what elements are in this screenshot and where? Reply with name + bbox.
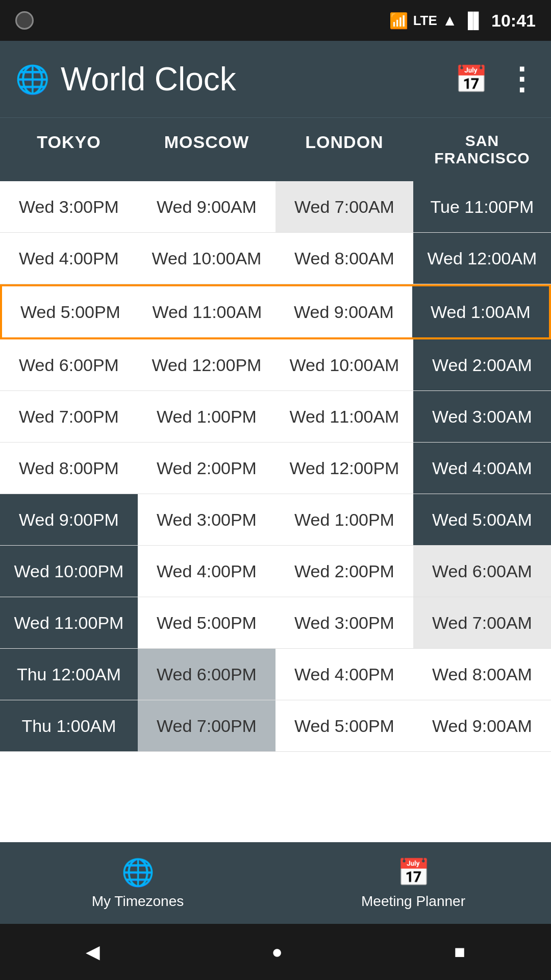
time-cell: Wed 7:00AM xyxy=(413,597,551,648)
bottom-nav: 🌐 My Timezones 📅 Meeting Planner xyxy=(0,842,551,924)
time-cell: Wed 4:00PM xyxy=(0,233,138,284)
status-bar-left xyxy=(15,11,34,30)
time-cell: Wed 3:00PM xyxy=(0,181,138,232)
time-cell: Wed 6:00PM xyxy=(0,339,138,390)
time-row[interactable]: Thu 12:00AMWed 6:00PMWed 4:00PMWed 8:00A… xyxy=(0,649,551,700)
time-cell: Wed 1:00AM xyxy=(412,286,549,337)
status-bar-right: 📶 LTE ▲ ▐▌ 10:41 xyxy=(389,11,536,31)
time-cell: Wed 2:00PM xyxy=(276,546,413,597)
time-row[interactable]: Wed 4:00PMWed 10:00AMWed 8:00AMWed 12:00… xyxy=(0,233,551,284)
app-title: World Clock xyxy=(61,60,236,98)
wifi-icon: 📶 xyxy=(389,12,408,30)
back-button[interactable]: ◀ xyxy=(86,941,100,963)
timezones-label: My Timezones xyxy=(92,893,184,910)
time-cell: Wed 12:00AM xyxy=(413,233,551,284)
time-cell: Wed 8:00AM xyxy=(276,233,413,284)
time-cell: Wed 3:00PM xyxy=(138,494,276,545)
planner-icon: 📅 xyxy=(397,857,430,888)
time-cell: Wed 4:00PM xyxy=(138,546,276,597)
time-cell: Wed 4:00PM xyxy=(276,649,413,700)
col-header-london: LONDON xyxy=(276,118,413,181)
time-row[interactable]: Wed 10:00PMWed 4:00PMWed 2:00PMWed 6:00A… xyxy=(0,546,551,597)
time-cell: Thu 1:00AM xyxy=(0,700,138,751)
time-cell: Wed 9:00AM xyxy=(138,181,276,232)
time-cell: Wed 9:00AM xyxy=(413,700,551,751)
time-cell: Wed 10:00PM xyxy=(0,546,138,597)
app-bar: 🌐 World Clock 📅 ⋮ xyxy=(0,41,551,117)
time-cell: Wed 6:00AM xyxy=(413,546,551,597)
status-bar: 📶 LTE ▲ ▐▌ 10:41 xyxy=(0,0,551,41)
more-options-button[interactable]: ⋮ xyxy=(506,61,536,97)
current-time-row[interactable]: Wed 5:00PMWed 11:00AMWed 9:00AMWed 1:00A… xyxy=(0,284,551,339)
camera-indicator xyxy=(15,11,34,30)
time-cell: Wed 12:00PM xyxy=(138,339,276,390)
app-bar-actions: 📅 ⋮ xyxy=(455,61,536,97)
column-headers: TOKYO MOSCOW LONDON SAN FRANCISCO xyxy=(0,117,551,181)
home-button[interactable]: ● xyxy=(271,941,283,963)
time-grid: Wed 3:00PMWed 9:00AMWed 7:00AMTue 11:00P… xyxy=(0,181,551,842)
time-cell: Tue 11:00PM xyxy=(413,181,551,232)
time-cell: Wed 6:00PM xyxy=(138,649,276,700)
time-cell: Wed 10:00AM xyxy=(138,233,276,284)
time-cell: Wed 5:00PM xyxy=(138,597,276,648)
nav-item-planner[interactable]: 📅 Meeting Planner xyxy=(276,857,551,910)
time-row[interactable]: Wed 7:00PMWed 1:00PMWed 11:00AMWed 3:00A… xyxy=(0,391,551,443)
time-cell: Wed 5:00PM xyxy=(276,700,413,751)
time-row[interactable]: Wed 11:00PMWed 5:00PMWed 3:00PMWed 7:00A… xyxy=(0,597,551,649)
planner-label: Meeting Planner xyxy=(361,893,465,910)
system-nav: ◀ ● ■ xyxy=(0,924,551,980)
calendar-button[interactable]: 📅 xyxy=(455,64,488,95)
time-cell: Wed 12:00PM xyxy=(276,443,413,494)
time-cell: Wed 3:00AM xyxy=(413,391,551,442)
time-cell: Thu 12:00AM xyxy=(0,649,138,700)
time-row[interactable]: Wed 8:00PMWed 2:00PMWed 12:00PMWed 4:00A… xyxy=(0,443,551,494)
app-bar-left: 🌐 World Clock xyxy=(15,60,236,98)
col-header-sanfrancisco: SAN FRANCISCO xyxy=(413,118,551,181)
time-cell: Wed 7:00PM xyxy=(138,700,276,751)
col-header-moscow: MOSCOW xyxy=(138,118,276,181)
globe-icon: 🌐 xyxy=(15,63,49,95)
time-cell: Wed 9:00AM xyxy=(276,286,412,337)
battery-icon: ▐▌ xyxy=(463,12,485,29)
time-cell: Wed 7:00PM xyxy=(0,391,138,442)
status-time: 10:41 xyxy=(491,11,536,31)
time-row[interactable]: Thu 1:00AMWed 7:00PMWed 5:00PMWed 9:00AM xyxy=(0,700,551,752)
signal-bars-icon: ▲ xyxy=(442,12,458,29)
time-cell: Wed 11:00PM xyxy=(0,597,138,648)
status-icons: 📶 LTE ▲ ▐▌ xyxy=(389,12,484,30)
timezones-icon: 🌐 xyxy=(121,857,155,888)
time-row[interactable]: Wed 9:00PMWed 3:00PMWed 1:00PMWed 5:00AM xyxy=(0,494,551,546)
time-row[interactable]: Wed 3:00PMWed 9:00AMWed 7:00AMTue 11:00P… xyxy=(0,181,551,233)
time-cell: Wed 1:00PM xyxy=(138,391,276,442)
time-row[interactable]: Wed 6:00PMWed 12:00PMWed 10:00AMWed 2:00… xyxy=(0,339,551,391)
time-cell: Wed 11:00AM xyxy=(276,391,413,442)
lte-icon: LTE xyxy=(413,13,437,29)
time-cell: Wed 7:00AM xyxy=(276,181,413,232)
time-cell: Wed 11:00AM xyxy=(139,286,276,337)
recent-button[interactable]: ■ xyxy=(454,941,465,963)
nav-item-timezones[interactable]: 🌐 My Timezones xyxy=(0,857,276,910)
time-cell: Wed 8:00AM xyxy=(413,649,551,700)
time-cell: Wed 5:00PM xyxy=(2,286,139,337)
time-cell: Wed 5:00AM xyxy=(413,494,551,545)
time-cell: Wed 9:00PM xyxy=(0,494,138,545)
time-cell: Wed 3:00PM xyxy=(276,597,413,648)
time-cell: Wed 4:00AM xyxy=(413,443,551,494)
time-cell: Wed 8:00PM xyxy=(0,443,138,494)
time-cell: Wed 10:00AM xyxy=(276,339,413,390)
col-header-tokyo: TOKYO xyxy=(0,118,138,181)
main-content: TOKYO MOSCOW LONDON SAN FRANCISCO Wed 3:… xyxy=(0,117,551,842)
time-cell: Wed 1:00PM xyxy=(276,494,413,545)
time-cell: Wed 2:00AM xyxy=(413,339,551,390)
time-cell: Wed 2:00PM xyxy=(138,443,276,494)
